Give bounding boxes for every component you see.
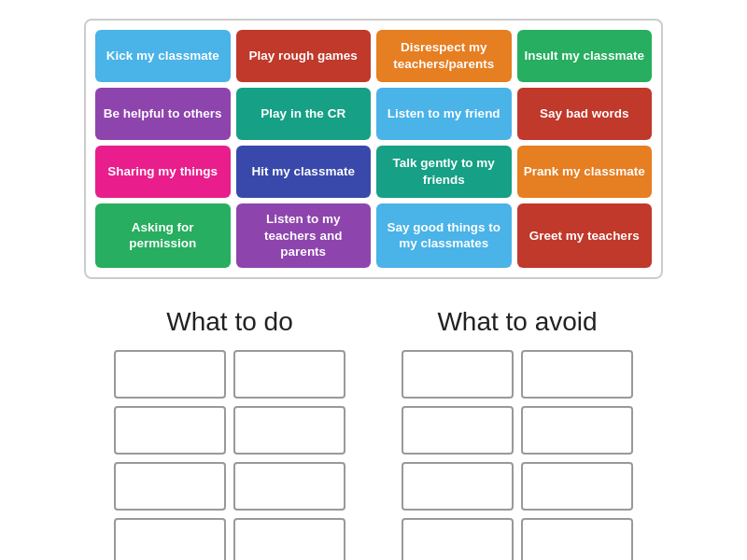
card-grid-container: Kick my classmatePlay rough gamesDisresp… [84, 19, 663, 279]
drop-cell[interactable] [402, 462, 514, 511]
avoid-drop-grid [402, 350, 633, 560]
card-greet[interactable]: Greet my teachers [517, 203, 653, 268]
drop-cell[interactable] [521, 462, 633, 511]
card-kick[interactable]: Kick my classmate [95, 30, 231, 82]
todo-drop-grid [114, 350, 345, 560]
drop-cell[interactable] [114, 462, 226, 511]
avoid-title: What to avoid [437, 307, 597, 337]
card-say-good[interactable]: Say good things to my classmates [376, 203, 512, 268]
card-insult[interactable]: Insult my classmate [517, 30, 653, 82]
drop-cell[interactable] [233, 462, 345, 511]
category-todo: What to do [114, 307, 345, 560]
card-listen-teachers[interactable]: Listen to my teachers and parents [236, 203, 372, 268]
drop-cell[interactable] [521, 350, 633, 399]
drop-cell[interactable] [402, 350, 514, 399]
drop-cell[interactable] [114, 406, 226, 455]
card-hit[interactable]: Hit my classmate [236, 146, 372, 198]
drop-cell[interactable] [521, 518, 633, 560]
card-permission[interactable]: Asking for permission [95, 203, 231, 268]
card-talk-gently[interactable]: Talk gently to my friends [376, 146, 512, 198]
card-sharing[interactable]: Sharing my things [95, 146, 231, 198]
drop-cell[interactable] [233, 350, 345, 399]
drop-cell[interactable] [521, 406, 633, 455]
card-disrespect[interactable]: Disrespect my teachers/parents [376, 30, 512, 82]
card-helpful[interactable]: Be helpful to others [95, 88, 231, 140]
drop-cell[interactable] [114, 518, 226, 560]
drop-cell[interactable] [114, 350, 226, 399]
card-say-bad[interactable]: Say bad words [517, 88, 653, 140]
bottom-section: What to do What to avoid [19, 307, 728, 560]
card-prank[interactable]: Prank my classmate [517, 146, 653, 198]
card-play-rough[interactable]: Play rough games [236, 30, 372, 82]
drop-cell[interactable] [233, 518, 345, 560]
todo-title: What to do [166, 307, 292, 337]
card-play-cr[interactable]: Play in the CR [236, 88, 372, 140]
card-grid: Kick my classmatePlay rough gamesDisresp… [95, 30, 652, 268]
drop-cell[interactable] [233, 406, 345, 455]
drop-cell[interactable] [402, 518, 514, 560]
category-avoid: What to avoid [402, 307, 633, 560]
card-listen-friend[interactable]: Listen to my friend [376, 88, 512, 140]
drop-cell[interactable] [402, 406, 514, 455]
